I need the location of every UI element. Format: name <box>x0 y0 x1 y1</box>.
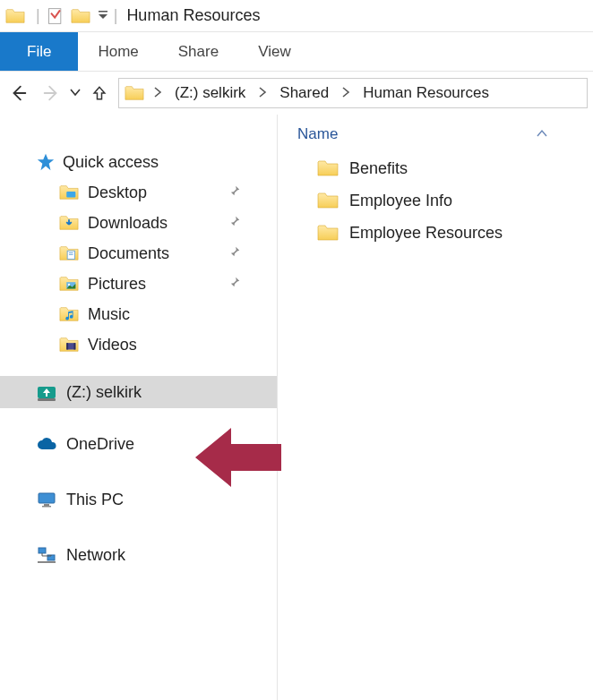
body: Quick access Desktop Downloads <box>0 115 593 700</box>
sidebar-item-onedrive[interactable]: OneDrive <box>0 424 277 464</box>
folder-icon <box>317 158 339 179</box>
desktop-icon <box>59 183 79 202</box>
nav-back-button[interactable] <box>5 80 32 107</box>
sidebar-item-label: OneDrive <box>66 435 134 454</box>
list-item[interactable]: Employee Info <box>288 184 582 217</box>
navigation-pane: Quick access Desktop Downloads <box>0 115 278 700</box>
sidebar-item-network[interactable]: Network <box>0 535 277 575</box>
title-bar: | | Human Resources <box>0 0 593 32</box>
svg-point-7 <box>68 284 70 286</box>
sidebar-item-documents[interactable]: Documents <box>0 238 277 269</box>
svg-rect-2 <box>66 192 75 197</box>
sidebar-item-pictures[interactable]: Pictures <box>0 269 277 299</box>
documents-icon <box>59 243 79 263</box>
list-item-label: Employee Resources <box>349 224 503 243</box>
list-item[interactable]: Employee Resources <box>288 217 582 249</box>
file-list: Benefits Employee Info Employee Resource… <box>288 152 582 249</box>
sidebar-item-label: (Z:) selkirk <box>66 383 142 402</box>
sidebar-item-label: Desktop <box>88 184 147 202</box>
separator: | <box>36 6 40 25</box>
sidebar-item-label: Network <box>66 546 125 565</box>
nav-up-button[interactable] <box>86 80 113 107</box>
quick-access-label: Quick access <box>63 153 159 172</box>
sidebar-item-drive-z[interactable]: (Z:) selkirk <box>0 376 277 408</box>
this-pc-icon <box>36 489 57 510</box>
folder-icon <box>317 222 339 243</box>
column-header-name[interactable]: Name <box>288 115 582 152</box>
tab-view[interactable]: View <box>238 32 311 71</box>
list-item-label: Benefits <box>349 159 408 178</box>
svg-rect-13 <box>39 493 55 503</box>
sidebar-item-this-pc[interactable]: This PC <box>0 480 277 519</box>
tab-share[interactable]: Share <box>159 32 238 71</box>
breadcrumb-segment[interactable]: Shared <box>272 79 336 107</box>
breadcrumb-segment[interactable]: Human Resources <box>356 79 496 107</box>
window-title: Human Resources <box>126 6 260 25</box>
address-folder-icon <box>125 83 144 103</box>
folder-icon <box>317 190 339 211</box>
chevron-right-icon[interactable] <box>148 86 168 101</box>
svg-rect-16 <box>39 548 46 553</box>
svg-rect-5 <box>69 254 73 255</box>
svg-rect-9 <box>66 343 68 349</box>
file-explorer-window: | | Human Resources File Home Share View <box>0 0 593 700</box>
sidebar-item-label: Pictures <box>88 275 146 294</box>
svg-rect-14 <box>44 504 49 506</box>
list-item[interactable]: Benefits <box>288 152 582 184</box>
pin-icon <box>228 184 241 201</box>
sort-indicator-icon <box>536 128 548 141</box>
videos-icon <box>59 335 79 354</box>
svg-rect-12 <box>38 398 56 401</box>
svg-rect-15 <box>42 506 51 508</box>
downloads-icon <box>59 213 79 233</box>
sidebar-item-desktop[interactable]: Desktop <box>0 177 277 208</box>
music-icon <box>59 304 79 324</box>
quick-access-header[interactable]: Quick access <box>0 147 277 177</box>
network-icon <box>36 544 57 566</box>
sidebar-item-label: Music <box>88 305 130 324</box>
address-bar[interactable]: (Z:) selkirk Shared Human Resources <box>118 78 588 108</box>
content-view[interactable]: Name Benefits Employee Info Employee Res… <box>278 115 593 700</box>
nav-forward-button[interactable] <box>38 80 64 107</box>
sidebar-item-label: This PC <box>66 491 124 509</box>
onedrive-icon <box>36 433 57 455</box>
chevron-right-icon[interactable] <box>336 86 356 101</box>
column-header-label: Name <box>297 125 338 143</box>
network-drive-icon <box>36 381 57 403</box>
nav-history-caret-icon[interactable] <box>70 86 81 100</box>
pictures-icon <box>59 274 79 294</box>
sidebar-item-label: Downloads <box>88 214 168 233</box>
qat-properties-icon[interactable] <box>46 6 65 26</box>
list-item-label: Employee Info <box>349 192 452 210</box>
quick-access-star-icon <box>36 152 56 172</box>
sidebar-item-videos[interactable]: Videos <box>0 329 277 360</box>
qat-newfolder-icon[interactable] <box>71 6 90 26</box>
sidebar-item-label: Documents <box>88 244 169 263</box>
tab-home[interactable]: Home <box>78 32 158 71</box>
sidebar-item-downloads[interactable]: Downloads <box>0 208 277 238</box>
sidebar-item-label: Videos <box>88 336 137 354</box>
ribbon-tabs: File Home Share View <box>0 32 593 72</box>
pin-icon <box>228 276 241 292</box>
svg-rect-10 <box>74 343 76 349</box>
chevron-right-icon[interactable] <box>253 86 272 101</box>
navigation-row: (Z:) selkirk Shared Human Resources <box>0 72 593 115</box>
breadcrumb-segment[interactable]: (Z:) selkirk <box>168 79 253 107</box>
tab-file[interactable]: File <box>0 32 78 71</box>
qat-caret-icon[interactable] <box>98 9 108 23</box>
svg-rect-4 <box>69 252 73 253</box>
separator: | <box>114 6 118 25</box>
sidebar-item-music[interactable]: Music <box>0 299 277 329</box>
svg-rect-1 <box>99 11 107 13</box>
pin-icon <box>228 215 241 231</box>
window-folder-icon <box>5 6 25 26</box>
pin-icon <box>228 245 241 261</box>
svg-rect-18 <box>38 561 56 563</box>
